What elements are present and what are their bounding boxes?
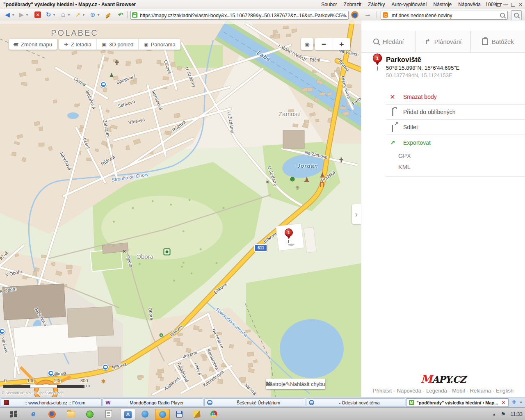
taskbar-icon-firefox[interactable] bbox=[45, 409, 59, 419]
browser-tab-3[interactable]: Šešenské Úchylárium bbox=[204, 398, 305, 407]
sidebar-toggle[interactable]: › bbox=[352, 204, 361, 224]
refresh-button[interactable]: ↻ bbox=[44, 10, 52, 19]
browser-tab-4[interactable]: - Odeslat nové téma bbox=[306, 398, 405, 407]
export-option-gpx[interactable]: GPX bbox=[386, 150, 525, 161]
zoom-in-button[interactable]: + bbox=[333, 38, 351, 50]
search-icon[interactable] bbox=[500, 13, 505, 18]
aerial-button[interactable]: ✈Z letadla bbox=[59, 39, 96, 50]
export-option-kml[interactable]: KML bbox=[386, 161, 525, 172]
back-button[interactable]: ◀ bbox=[3, 10, 11, 19]
tray-expand-icon[interactable]: ▲ bbox=[492, 412, 496, 416]
poi-star-icon[interactable] bbox=[101, 379, 105, 383]
translate-button[interactable]: ⊕ bbox=[89, 10, 97, 19]
map-canvas[interactable]: POLABECZámostíOboraLabeJordánStrouha od … bbox=[0, 21, 361, 397]
footer-link-mobil[interactable]: Mobil bbox=[452, 388, 465, 394]
sidebar-tab-route[interactable]: ↱Plánování bbox=[415, 31, 470, 52]
highlight-search-button[interactable] bbox=[511, 10, 522, 20]
search-box[interactable]: mf dnes nedoručené noviny bbox=[381, 11, 508, 20]
upload-dropdown-icon[interactable]: ▾ bbox=[83, 13, 86, 17]
browser-tab-1[interactable]: :: www.honda-club.cz :: Fórum bbox=[1, 398, 102, 407]
home-button[interactable]: ⌂ bbox=[59, 10, 67, 19]
footer-link-english[interactable]: English bbox=[496, 388, 514, 394]
minimize-icon[interactable]: — bbox=[503, 2, 509, 7]
footer-link-npovda[interactable]: Nápověda bbox=[397, 388, 421, 394]
menu-item-autovyplovn[interactable]: Auto-vyplňování bbox=[388, 2, 430, 7]
forward-dropdown-icon[interactable]: ▾ bbox=[26, 13, 30, 17]
search-input[interactable]: mf dnes nedoručené noviny bbox=[392, 13, 452, 18]
poi-bridge-icon[interactable]: ∏ bbox=[320, 181, 324, 187]
go-button[interactable]: → bbox=[364, 10, 371, 18]
map-pin-marker[interactable]: 1 bbox=[284, 228, 293, 246]
taskbar-icon-save[interactable] bbox=[172, 409, 186, 419]
menu-dropdown-icon[interactable]: ▾ bbox=[488, 2, 494, 7]
taskbar-icon-media[interactable] bbox=[83, 409, 97, 419]
change-map-button[interactable]: Změnit mapu bbox=[9, 39, 57, 50]
taskbar-icon-avant[interactable]: A bbox=[121, 409, 135, 420]
menu-item-npovda[interactable]: Nápověda bbox=[455, 2, 484, 7]
sidebar-tab-backpack[interactable]: Batůžek bbox=[470, 31, 525, 52]
menu-item-zloky[interactable]: Záložky bbox=[365, 2, 388, 7]
poi-bus-icon[interactable] bbox=[48, 370, 54, 377]
translate-dropdown-icon[interactable]: ▾ bbox=[98, 13, 101, 17]
address-bar[interactable]: https://mapy.cz/zakladni?vlastni-body&x=… bbox=[130, 11, 349, 20]
panorama-button[interactable]: ◉Panorama bbox=[138, 39, 180, 50]
mapy-logo[interactable]: MAPY.CZ bbox=[361, 373, 525, 385]
taskbar-icon-ie[interactable]: e bbox=[26, 409, 40, 419]
poi-monument-icon[interactable] bbox=[321, 172, 324, 177]
locate-button[interactable]: ◉ bbox=[301, 38, 313, 50]
taskbar-icon-chrome[interactable] bbox=[207, 409, 221, 419]
poi-tree-icon[interactable] bbox=[290, 177, 295, 182]
stop-button[interactable]: ✕ bbox=[34, 10, 42, 19]
forward-button[interactable]: ▶ bbox=[17, 10, 25, 19]
open-in-firefox-icon[interactable] bbox=[351, 11, 358, 18]
menu-item-nstroje[interactable]: Nástroje bbox=[430, 2, 455, 7]
taskbar-icon-folder[interactable] bbox=[64, 409, 78, 419]
poi-restaurant-icon[interactable]: × bbox=[123, 248, 126, 254]
refresh-dropdown-icon[interactable]: ▾ bbox=[53, 13, 57, 17]
action-favorite[interactable]: Přidat do oblíbených bbox=[386, 105, 525, 120]
footer-link-pihlsit[interactable]: Přihlásit bbox=[373, 388, 392, 394]
poi-bus-icon[interactable] bbox=[100, 81, 107, 88]
poi-bus-icon[interactable] bbox=[102, 364, 109, 370]
cleaner-button[interactable] bbox=[104, 10, 112, 19]
taskbar-icon-msn[interactable] bbox=[138, 409, 152, 419]
browser-tab-2[interactable]: WMondoBongo Radio Player bbox=[103, 398, 203, 407]
poi-conifer-icon[interactable] bbox=[110, 73, 113, 77]
home-dropdown-icon[interactable]: ▾ bbox=[68, 13, 71, 17]
undo-button[interactable]: ↶ bbox=[116, 10, 125, 19]
new-tab-button[interactable]: + bbox=[512, 398, 516, 406]
start-button[interactable] bbox=[7, 409, 21, 419]
action-export[interactable]: ↗Exportovat bbox=[386, 135, 525, 150]
taskbar-icon-avant-active[interactable] bbox=[155, 409, 170, 420]
footer-link-legenda[interactable]: Legenda bbox=[426, 388, 447, 394]
restore-icon[interactable] bbox=[510, 2, 516, 7]
sidebar-tab-search[interactable]: Hledání bbox=[361, 31, 415, 52]
poi-monument-icon[interactable] bbox=[305, 177, 308, 181]
menu-item-soubor[interactable]: Soubor bbox=[318, 2, 340, 7]
upload-button[interactable]: ➚ bbox=[74, 10, 82, 19]
back-dropdown-icon[interactable]: ▾ bbox=[12, 13, 16, 17]
report-error-button[interactable]: ✎Nahlásit chybu bbox=[285, 381, 325, 387]
taskbar-icon-paint[interactable] bbox=[189, 409, 203, 419]
taskbar-icon-notes[interactable] bbox=[102, 409, 116, 419]
poi-flower-icon[interactable] bbox=[160, 333, 163, 337]
action-delete[interactable]: ✕Smazat body bbox=[386, 89, 525, 105]
tab-close-icon[interactable]: ✕ bbox=[501, 399, 506, 406]
poi-cross-icon[interactable] bbox=[341, 158, 342, 162]
browser-tab-5-active[interactable]: M"poděbrady" výsledky hledání • Map...✕ bbox=[406, 398, 509, 407]
view-3d-button[interactable]: ▣3D pohled bbox=[96, 39, 139, 50]
menu-item-zobrazit[interactable]: Zobrazit bbox=[340, 2, 365, 7]
poi-reserve-icon[interactable] bbox=[164, 249, 171, 256]
url-text[interactable]: https://mapy.cz/zakladni?vlastni-body&x=… bbox=[140, 13, 347, 18]
poi-cross-icon[interactable] bbox=[116, 60, 118, 65]
search-engine-icon[interactable] bbox=[383, 12, 388, 18]
poi-restaurant-icon[interactable]: × bbox=[266, 179, 269, 185]
map-tools-button[interactable]: Nástroje bbox=[266, 381, 285, 387]
poi-circlecross-icon[interactable]: ⊕ bbox=[295, 185, 300, 191]
action-center-flag-icon[interactable]: ⚑ bbox=[501, 411, 506, 417]
close-icon[interactable]: × bbox=[518, 2, 523, 7]
action-share[interactable]: Sdílet bbox=[386, 120, 525, 135]
zoom-out-button[interactable]: − bbox=[315, 38, 333, 50]
footer-link-reklama[interactable]: Reklama bbox=[470, 388, 491, 394]
tab-list-dropdown-icon[interactable]: ▾ bbox=[520, 400, 522, 404]
